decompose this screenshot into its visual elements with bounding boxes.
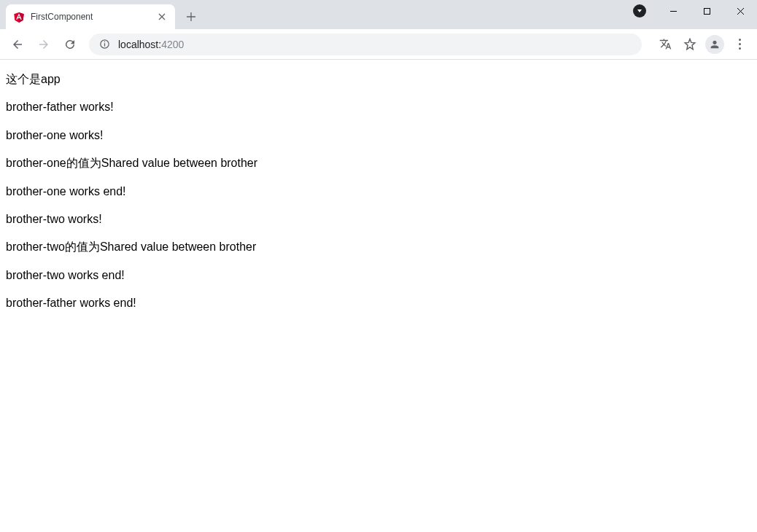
content-line: brother-two的值为Shared value between broth… [6, 239, 751, 255]
svg-rect-3 [704, 8, 710, 14]
extension-indicator[interactable] [623, 0, 656, 22]
content-line: brother-one works! [6, 128, 751, 144]
minimize-button[interactable] [656, 0, 690, 22]
window-controls [623, 0, 757, 25]
new-tab-button[interactable] [181, 7, 201, 27]
toolbar-right-icons [653, 33, 751, 56]
svg-rect-5 [104, 43, 104, 46]
tab-title: FirstComponent [31, 12, 156, 22]
forward-button[interactable] [32, 33, 55, 56]
svg-rect-6 [104, 42, 104, 42]
menu-icon[interactable] [728, 33, 751, 56]
page-content: 这个是app brother-father works! brother-one… [0, 60, 757, 329]
content-line: 这个是app [6, 71, 751, 87]
content-line: brother-two works end! [6, 267, 751, 283]
content-line: brother-father works end! [6, 295, 751, 311]
address-bar[interactable]: localhost:4200 [89, 34, 642, 55]
site-info-icon[interactable] [98, 38, 111, 51]
back-button[interactable] [6, 33, 29, 56]
content-line: brother-one works end! [6, 184, 751, 200]
url-port: 4200 [161, 39, 184, 50]
angular-favicon [13, 11, 25, 23]
content-line: brother-one的值为Shared value between broth… [6, 155, 751, 171]
svg-marker-2 [637, 9, 642, 12]
translate-icon[interactable] [653, 33, 677, 56]
bookmark-icon[interactable] [678, 33, 702, 56]
profile-avatar[interactable] [703, 33, 726, 56]
close-window-button[interactable] [723, 0, 757, 22]
maximize-button[interactable] [690, 0, 723, 22]
browser-tab[interactable]: FirstComponent [6, 4, 175, 29]
browser-chrome: FirstComponent [0, 0, 757, 60]
browser-toolbar: localhost:4200 [0, 29, 757, 60]
content-line: brother-two works! [6, 211, 751, 227]
close-tab-icon[interactable] [156, 11, 168, 23]
url-host: localhost: [118, 39, 161, 50]
reload-button[interactable] [58, 33, 82, 56]
content-line: brother-father works! [6, 99, 751, 115]
